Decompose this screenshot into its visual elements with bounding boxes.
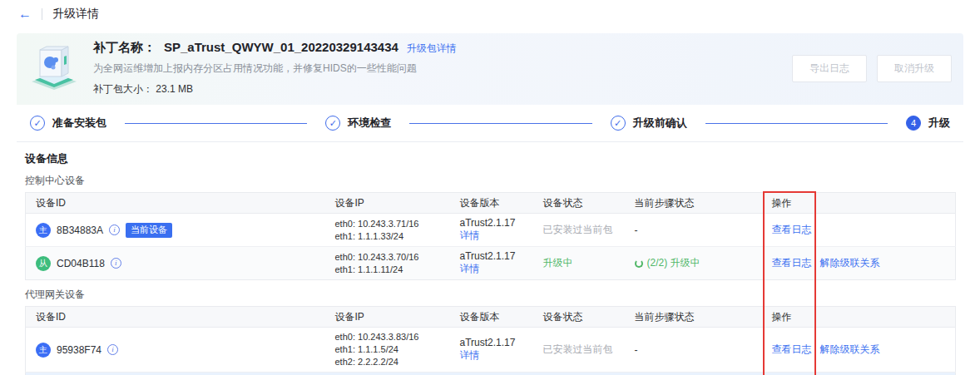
step-label: 升级	[928, 116, 950, 131]
step-connector	[125, 123, 307, 124]
step-pre-upgrade-confirm: ✓ 升级前确认	[611, 116, 687, 131]
topbar-divider	[42, 8, 42, 20]
device-ip: eth1: 1.1.1.5/24	[335, 343, 440, 356]
device-status: 升级中	[543, 257, 573, 269]
col-operations: 操作	[762, 307, 956, 328]
check-icon: ✓	[611, 116, 626, 131]
topbar: ← 升级详情	[0, 0, 980, 28]
device-info-section: 设备信息 控制中心设备 设备ID 设备IP 设备版本 设备状态 当前步骤状态 操…	[0, 151, 980, 375]
view-log-link[interactable]: 查看日志	[772, 256, 812, 270]
upgrade-package-detail-link[interactable]: 升级包详情	[407, 42, 457, 56]
patch-description: 为全网运维增加上报内存分区占用情况功能，并修复HIDS的一些性能问题	[93, 62, 792, 76]
step-label: 环境检查	[348, 116, 391, 131]
version-detail-link[interactable]: 详情	[460, 349, 480, 361]
device-version: aTrust2.1.17	[460, 337, 516, 348]
current-device-badge: 当前设备	[126, 223, 172, 238]
version-detail-link[interactable]: 详情	[460, 229, 480, 241]
patch-package-icon	[28, 43, 80, 93]
device-id: CD04B118	[57, 258, 105, 269]
col-operations: 操作	[762, 193, 956, 214]
check-icon: ✓	[325, 116, 340, 131]
device-status: 已安装过当前包	[543, 224, 613, 235]
page-title: 升级详情	[52, 7, 99, 22]
step-connector	[409, 123, 591, 124]
info-icon[interactable]: i	[111, 258, 121, 269]
view-log-link[interactable]: 查看日志	[772, 343, 812, 357]
step-prepare-package: ✓ 准备安装包	[30, 116, 106, 131]
check-icon: ✓	[30, 116, 45, 131]
step-status: -	[635, 225, 638, 236]
patch-size-value: 23.1 MB	[156, 83, 193, 95]
step-status: -	[635, 344, 638, 356]
col-device-ip: 设备IP	[325, 193, 450, 214]
step-upgrade-current: 4 升级	[906, 116, 950, 131]
device-ip: eth0: 10.243.3.83/16	[335, 331, 440, 343]
table-row: 主 8B34883A i 当前设备 eth0: 10.243.3.71/16 e…	[26, 214, 956, 247]
device-status: 已安装过当前包	[543, 343, 613, 355]
info-icon[interactable]: i	[107, 344, 118, 355]
step-connector	[705, 123, 888, 124]
unlink-cascade-link[interactable]: 解除级联关系	[820, 343, 880, 357]
table-row: 主 95938F74 i eth0: 10.243.3.83/16 eth1: …	[26, 328, 956, 373]
step-number-badge: 4	[906, 116, 921, 131]
section-divider	[17, 141, 963, 142]
version-detail-link[interactable]: 详情	[460, 263, 480, 274]
unlink-cascade-link[interactable]: 解除级联关系	[820, 256, 880, 270]
group-label-control-center: 控制中心设备	[25, 174, 955, 188]
control-center-table: 设备ID 设备IP 设备版本 设备状态 当前步骤状态 操作 主 8B34883A…	[25, 192, 956, 280]
device-version: aTrust2.1.17	[460, 217, 516, 229]
patch-name: SP_aTrust_QWYW_01_20220329143434	[164, 40, 398, 54]
col-device-status: 设备状态	[533, 193, 625, 214]
back-icon[interactable]: ←	[18, 7, 32, 21]
col-device-version: 设备版本	[450, 307, 533, 328]
device-id: 95938F74	[57, 344, 101, 356]
step-env-check: ✓ 环境检查	[325, 116, 391, 131]
cancel-upgrade-button[interactable]: 取消升级	[877, 55, 952, 82]
device-info-title: 设备信息	[25, 151, 955, 166]
group-label-proxy-gateway: 代理网关设备	[25, 288, 955, 302]
spinner-icon	[635, 259, 643, 268]
proxy-gateway-table: 设备ID 设备IP 设备版本 设备状态 当前步骤状态 操作 主 95938F74…	[25, 306, 956, 375]
device-ip: eth2: 2.2.2.2/24	[335, 356, 440, 368]
export-log-button[interactable]: 导出日志	[792, 55, 867, 82]
col-device-id: 设备ID	[26, 193, 325, 214]
table-header-row: 设备ID 设备IP 设备版本 设备状态 当前步骤状态 操作	[26, 193, 956, 214]
table-header-row: 设备ID 设备IP 设备版本 设备状态 当前步骤状态 操作	[26, 307, 956, 328]
col-device-id: 设备ID	[26, 307, 325, 328]
patch-name-label: 补丁名称：	[93, 40, 156, 56]
step-label: 升级前确认	[633, 116, 687, 131]
col-device-version: 设备版本	[450, 193, 533, 214]
step-status: (2/2) 升级中	[647, 256, 700, 270]
col-device-status: 设备状态	[533, 307, 625, 328]
step-label: 准备安装包	[52, 116, 106, 131]
device-ip: eth0: 10.243.3.70/16	[335, 251, 440, 264]
table-row-highlighted: 从 99F6C35A i eth0: 10.243.3.84/16 eth1: …	[26, 373, 956, 375]
patch-size-label: 补丁包大小：	[93, 83, 153, 95]
table-row: 从 CD04B118 i eth0: 10.243.3.70/16 eth1: …	[26, 247, 956, 280]
device-ip: eth0: 10.243.3.71/16	[335, 218, 440, 230]
master-avatar: 主	[36, 223, 51, 238]
master-avatar: 主	[36, 343, 51, 358]
device-ip: eth1: 1.1.1.33/24	[335, 230, 440, 243]
col-device-ip: 设备IP	[325, 307, 450, 328]
col-step-status: 当前步骤状态	[625, 307, 762, 328]
col-step-status: 当前步骤状态	[625, 193, 762, 214]
slave-avatar: 从	[36, 256, 51, 271]
info-icon[interactable]: i	[109, 225, 120, 235]
patch-card: 补丁名称： SP_aTrust_QWYW_01_20220329143434 升…	[17, 33, 963, 142]
view-log-link[interactable]: 查看日志	[772, 223, 812, 237]
upgrade-stepper: ✓ 准备安装包 ✓ 环境检查 ✓ 升级前确认 4 升级	[17, 105, 963, 141]
device-ip: eth1: 1.1.1.11/24	[335, 264, 440, 276]
device-version: aTrust2.1.17	[460, 250, 516, 262]
device-id: 8B34883A	[57, 225, 103, 236]
patch-panel: 补丁名称： SP_aTrust_QWYW_01_20220329143434 升…	[17, 33, 963, 105]
